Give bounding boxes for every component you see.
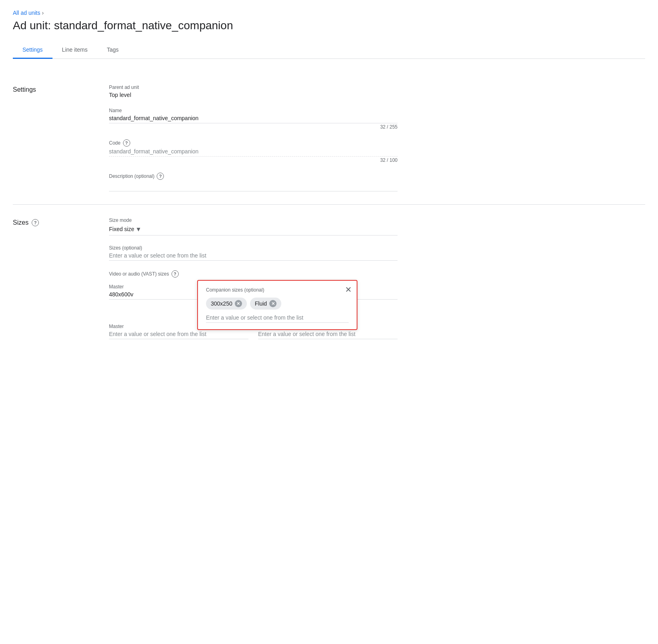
- sizes-optional-placeholder[interactable]: Enter a value or select one from the lis…: [109, 252, 206, 259]
- breadcrumb: All ad units ›: [13, 10, 645, 16]
- description-help-icon[interactable]: ?: [157, 173, 164, 180]
- companion-input-row: Enter a value or select one from the lis…: [206, 314, 349, 323]
- settings-section-content: Parent ad unit Top level Name standard_f…: [109, 85, 398, 191]
- tabs-bar: Settings Line items Tags: [13, 42, 645, 59]
- tab-line-items[interactable]: Line items: [52, 42, 97, 59]
- name-field: Name standard_format_native_companion 32…: [109, 108, 398, 130]
- companion-tag-fluid-value: Fluid: [255, 300, 267, 307]
- tab-tags[interactable]: Tags: [97, 42, 128, 59]
- companion-popup-title: Companion sizes (optional): [206, 287, 349, 293]
- size-mode-dropdown[interactable]: Fixed size ▾: [109, 225, 140, 233]
- vast-row2-companion-placeholder[interactable]: Enter a value or select one from the lis…: [258, 331, 398, 339]
- name-counter: 32 / 255: [109, 124, 398, 130]
- code-placeholder[interactable]: standard_format_native_companion: [109, 148, 398, 155]
- name-input-row: standard_format_native_companion: [109, 115, 398, 123]
- companion-input-placeholder[interactable]: Enter a value or select one from the lis…: [206, 314, 303, 321]
- sizes-optional-field: Sizes (optional) Enter a value or select…: [109, 245, 398, 261]
- vast-section-label-row: Video or audio (VAST) sizes ?: [109, 270, 398, 278]
- size-mode-field: Size mode Fixed size ▾: [109, 217, 398, 235]
- companion-tag-fluid-close[interactable]: ✕: [269, 300, 277, 307]
- sizes-optional-input-row: Enter a value or select one from the lis…: [109, 252, 398, 261]
- sizes-section-label: Sizes ?: [13, 217, 109, 347]
- companion-tag-300x250-value: 300x250: [211, 300, 232, 307]
- description-label-text: Description (optional): [109, 173, 154, 179]
- code-help-icon[interactable]: ?: [123, 139, 130, 147]
- name-label: Name: [109, 108, 398, 113]
- sizes-section-content: Size mode Fixed size ▾ Sizes (optional) …: [109, 217, 398, 347]
- code-counter: 32 / 100: [109, 157, 398, 163]
- size-mode-dropdown-row: Fixed size ▾: [109, 225, 398, 235]
- code-input-row: standard_format_native_companion: [109, 148, 398, 157]
- size-mode-arrow-icon: ▾: [137, 225, 140, 233]
- vast-label-text: Video or audio (VAST) sizes: [109, 271, 169, 277]
- tab-settings[interactable]: Settings: [13, 42, 52, 59]
- sizes-label-text: Sizes: [13, 219, 28, 226]
- name-value[interactable]: standard_format_native_companion: [109, 115, 398, 121]
- companion-popup: Companion sizes (optional) 300x250 ✕ Flu…: [197, 280, 357, 330]
- sizes-optional-label: Sizes (optional): [109, 245, 398, 251]
- page-title: Ad unit: standard_format_native_companio…: [13, 19, 645, 32]
- code-label-text: Code: [109, 140, 121, 146]
- size-mode-value: Fixed size: [109, 226, 134, 232]
- settings-section-label: Settings: [13, 85, 109, 191]
- description-field: Description (optional) ?: [109, 173, 398, 191]
- parent-ad-unit-label: Parent ad unit: [109, 85, 398, 90]
- settings-label-text: Settings: [13, 86, 36, 93]
- sizes-help-icon[interactable]: ?: [32, 219, 39, 226]
- settings-section: Settings Parent ad unit Top level Name s…: [13, 72, 645, 205]
- parent-ad-unit-value: Top level: [109, 92, 398, 98]
- vast-row-1: Master 480x600v Companion sizes (optiona…: [109, 284, 398, 300]
- vast-row2-master-placeholder[interactable]: Enter a value or select one from the lis…: [109, 331, 248, 339]
- breadcrumb-link[interactable]: All ad units: [13, 10, 40, 16]
- companion-tag-fluid: Fluid ✕: [250, 298, 281, 310]
- breadcrumb-chevron: ›: [42, 10, 44, 16]
- code-field: Code ? standard_format_native_companion …: [109, 139, 398, 163]
- companion-popup-close-button[interactable]: ✕: [345, 286, 352, 294]
- companion-tag-300x250-close[interactable]: ✕: [235, 300, 242, 307]
- description-label-row: Description (optional) ?: [109, 173, 398, 180]
- sizes-section: Sizes ? Size mode Fixed size ▾ Sizes (op…: [13, 205, 645, 360]
- vast-help-icon[interactable]: ?: [172, 270, 179, 278]
- companion-tag-300x250: 300x250 ✕: [206, 298, 247, 310]
- code-label-row: Code ?: [109, 139, 398, 147]
- size-mode-label: Size mode: [109, 217, 398, 223]
- companion-tags-row: 300x250 ✕ Fluid ✕: [206, 298, 349, 310]
- parent-ad-unit-field: Parent ad unit Top level: [109, 85, 398, 98]
